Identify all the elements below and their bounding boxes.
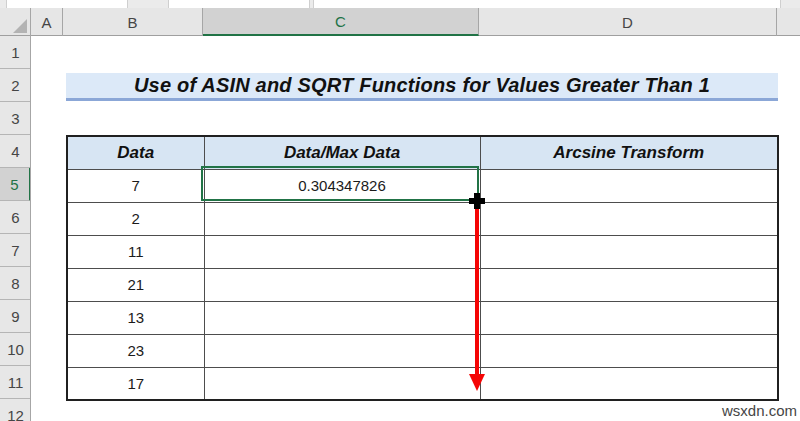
row-header-3[interactable]: 3 bbox=[0, 102, 31, 135]
row-header-column: 1 2 3 4 5 6 7 8 9 10 11 12 bbox=[0, 36, 31, 421]
cell-d8[interactable] bbox=[480, 268, 778, 301]
table-row: 2 bbox=[67, 202, 778, 235]
cell-d11[interactable] bbox=[480, 367, 778, 400]
column-header-c[interactable]: C bbox=[203, 8, 479, 36]
column-header-b[interactable]: B bbox=[63, 8, 203, 36]
table-row: 13 bbox=[67, 301, 778, 334]
row-header-5[interactable]: 5 bbox=[0, 168, 31, 201]
column-header-d[interactable]: D bbox=[479, 8, 777, 36]
cell-c5-active[interactable]: 0.304347826 bbox=[204, 169, 480, 202]
table-header-row: Data Data/Max Data Arcsine Transform bbox=[67, 136, 778, 169]
row-header-7[interactable]: 7 bbox=[0, 234, 31, 267]
fill-handle-cursor-icon[interactable] bbox=[469, 193, 485, 209]
row-header-2[interactable]: 2 bbox=[0, 69, 31, 102]
data-table: Data Data/Max Data Arcsine Transform 7 0… bbox=[66, 135, 779, 401]
cell-c6[interactable] bbox=[204, 202, 480, 235]
cell-b8[interactable]: 21 bbox=[67, 268, 204, 301]
table-row: 17 bbox=[67, 367, 778, 400]
column-header-a[interactable]: A bbox=[31, 8, 63, 36]
cell-c7[interactable] bbox=[204, 235, 480, 268]
cell-d7[interactable] bbox=[480, 235, 778, 268]
row-header-4[interactable]: 4 bbox=[0, 135, 31, 168]
watermark-text: wsxdn.com bbox=[722, 402, 797, 419]
table-row: 11 bbox=[67, 235, 778, 268]
cell-c9[interactable] bbox=[204, 301, 480, 334]
select-all-triangle-icon bbox=[13, 19, 27, 33]
cell-d9[interactable] bbox=[480, 301, 778, 334]
cell-d6[interactable] bbox=[480, 202, 778, 235]
select-all-button[interactable] bbox=[0, 8, 31, 36]
name-box[interactable] bbox=[6, 0, 128, 8]
cell-d10[interactable] bbox=[480, 334, 778, 367]
header-cell-arcsine[interactable]: Arcsine Transform bbox=[480, 136, 778, 169]
row-header-1[interactable]: 1 bbox=[0, 36, 31, 69]
formula-bar-input[interactable] bbox=[313, 0, 781, 8]
table-row: 23 bbox=[67, 334, 778, 367]
header-cell-data[interactable]: Data bbox=[67, 136, 204, 169]
table-row: 7 0.304347826 bbox=[67, 169, 778, 202]
cursor-horizontal-bar bbox=[469, 198, 485, 204]
cell-c8[interactable] bbox=[204, 268, 480, 301]
cell-b10[interactable]: 23 bbox=[67, 334, 204, 367]
cell-d5[interactable] bbox=[480, 169, 778, 202]
row-header-12[interactable]: 12 bbox=[0, 399, 31, 421]
cell-b5[interactable]: 7 bbox=[67, 169, 204, 202]
row-header-10[interactable]: 10 bbox=[0, 333, 31, 366]
cell-c10[interactable] bbox=[204, 334, 480, 367]
cell-c11[interactable] bbox=[204, 367, 480, 400]
drag-down-arrow-head-icon bbox=[469, 374, 485, 391]
column-header-e-partial[interactable] bbox=[777, 8, 800, 36]
formula-bar-strip bbox=[0, 0, 800, 8]
row-header-6[interactable]: 6 bbox=[0, 201, 31, 234]
drag-down-arrow-line bbox=[475, 209, 479, 375]
row-header-11[interactable]: 11 bbox=[0, 366, 31, 399]
table-row: 21 bbox=[67, 268, 778, 301]
excel-worksheet: A B C D 1 2 3 4 5 6 7 8 9 10 11 12 Use o… bbox=[0, 0, 800, 421]
sheet-title-banner[interactable]: Use of ASIN and SQRT Functions for Value… bbox=[66, 73, 778, 101]
column-header-row: A B C D bbox=[0, 8, 800, 36]
formula-bar-left[interactable] bbox=[168, 0, 310, 8]
header-cell-ratio[interactable]: Data/Max Data bbox=[204, 136, 480, 169]
cell-b9[interactable]: 13 bbox=[67, 301, 204, 334]
row-header-8[interactable]: 8 bbox=[0, 267, 31, 300]
sheet-title-text: Use of ASIN and SQRT Functions for Value… bbox=[134, 74, 710, 97]
row-header-9[interactable]: 9 bbox=[0, 300, 31, 333]
cell-b6[interactable]: 2 bbox=[67, 202, 204, 235]
cell-b7[interactable]: 11 bbox=[67, 235, 204, 268]
cell-b11[interactable]: 17 bbox=[67, 367, 204, 400]
